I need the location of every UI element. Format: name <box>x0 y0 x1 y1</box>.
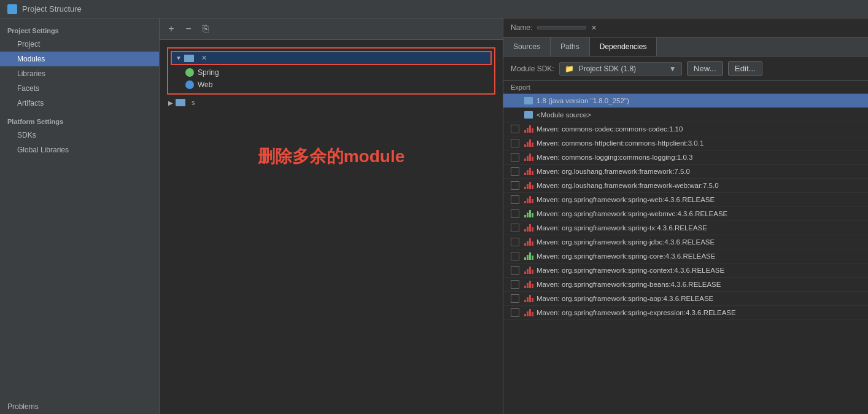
sidebar-item-facets[interactable]: Facets <box>0 81 159 96</box>
tab-paths[interactable]: Paths <box>551 37 590 56</box>
dep-item[interactable]: Maven: org.springframework:spring-aop:4.… <box>503 292 868 306</box>
sidebar: Project Settings Project Modules Librari… <box>0 18 160 414</box>
web-module-item[interactable]: Web <box>171 79 492 91</box>
sdk-name: Project SDK (1.8) <box>579 64 636 73</box>
dep-name: Maven: commons-codec:commons-codec:1.10 <box>537 125 683 133</box>
dep-icon <box>524 111 533 119</box>
title-bar-text: Project Structure <box>22 4 82 14</box>
dep-name: <Module source> <box>537 111 591 119</box>
dep-item[interactable]: Maven: org.springframework:spring-jdbc:4… <box>503 235 868 249</box>
dep-icon <box>524 167 533 176</box>
sidebar-item-project[interactable]: Project <box>0 37 159 52</box>
app-icon <box>7 4 17 14</box>
dep-checkbox[interactable] <box>511 209 519 218</box>
root-module-close[interactable]: ✕ <box>201 54 207 62</box>
sidebar-item-problems[interactable]: Problems <box>0 399 159 414</box>
web-module-name: Web <box>198 80 212 89</box>
dep-name: Maven: org.springframework:spring-aop:4.… <box>537 295 713 302</box>
deps-list[interactable]: 1.8 (java version "1.8.0_252")<Module so… <box>503 94 868 414</box>
name-input[interactable] <box>537 26 586 29</box>
dep-checkbox[interactable] <box>511 139 519 147</box>
copy-module-button[interactable]: ⎘ <box>199 22 212 36</box>
web-icon <box>185 80 194 89</box>
middle-toolbar: + − ⎘ <box>160 18 503 40</box>
dep-item[interactable]: Maven: org.springframework:spring-tx:4.3… <box>503 221 868 235</box>
dep-name: Maven: org.loushang.framework:framework-… <box>537 182 719 189</box>
dep-checkbox[interactable] <box>511 294 519 303</box>
dep-icon <box>524 308 533 317</box>
spring-module-name: Spring <box>198 68 219 77</box>
platform-settings-header: Platform Settings <box>0 111 159 128</box>
tab-sources[interactable]: Sources <box>503 37 551 56</box>
dep-checkbox[interactable] <box>511 167 519 176</box>
sidebar-item-sdks[interactable]: SDKs <box>0 128 159 143</box>
dep-icon <box>524 181 533 190</box>
deps-header: Export <box>503 81 868 94</box>
dep-item[interactable]: Maven: commons-logging:commons-logging:1… <box>503 150 868 165</box>
tree-arrow: ▼ <box>176 55 182 61</box>
sdk-new-button[interactable]: New... <box>687 61 723 76</box>
sdk-select[interactable]: 📁 Project SDK (1.8) ▼ <box>559 62 682 76</box>
dep-item[interactable]: Maven: org.loushang.framework:framework:… <box>503 165 868 179</box>
dep-checkbox[interactable] <box>511 181 519 190</box>
dep-item[interactable]: Maven: org.springframework:spring-expres… <box>503 306 868 320</box>
dep-name: Maven: org.springframework:spring-webmvc… <box>537 210 727 217</box>
dep-icon <box>524 209 533 218</box>
dep-name: Maven: org.springframework:spring-expres… <box>537 309 736 316</box>
dep-checkbox[interactable] <box>511 280 519 289</box>
dep-icon <box>524 280 533 289</box>
sdk-label: Module SDK: <box>511 64 554 73</box>
spring-icon <box>185 68 194 77</box>
dep-checkbox[interactable] <box>511 125 519 133</box>
dep-checkbox[interactable] <box>511 238 519 246</box>
dep-name: Maven: org.springframework:spring-beans:… <box>537 281 721 288</box>
dep-checkbox[interactable] <box>511 224 519 232</box>
dep-checkbox[interactable] <box>511 153 519 162</box>
dep-icon <box>524 125 533 133</box>
sidebar-item-modules[interactable]: Modules <box>0 52 159 66</box>
dep-icon <box>524 153 533 162</box>
sdk-edit-button[interactable]: Edit... <box>728 61 762 76</box>
sidebar-item-artifacts[interactable]: Artifacts <box>0 96 159 111</box>
dep-name: Maven: org.loushang.framework:framework:… <box>537 168 690 175</box>
name-close-icon[interactable]: ✕ <box>591 24 597 32</box>
title-bar: Project Structure <box>0 0 868 18</box>
sidebar-item-libraries[interactable]: Libraries <box>0 66 159 81</box>
middle-panel: + − ⎘ ▼ ✕ Spring <box>160 18 503 414</box>
dep-item[interactable]: Maven: org.springframework:spring-webmvc… <box>503 207 868 221</box>
extra-tree-arrow: ▶ <box>168 100 173 106</box>
dep-item[interactable]: Maven: org.springframework:spring-core:4… <box>503 249 868 264</box>
dep-icon <box>524 266 533 275</box>
dep-item[interactable]: Maven: commons-httpclient:commons-httpcl… <box>503 136 868 150</box>
dep-item[interactable]: Maven: org.springframework:spring-beans:… <box>503 278 868 292</box>
sidebar-item-global-libraries[interactable]: Global Libraries <box>0 143 159 157</box>
right-panel: Name: ✕ Sources Paths Dependencies Modul… <box>503 18 868 414</box>
dep-item[interactable]: Maven: org.springframework:spring-contex… <box>503 264 868 278</box>
dep-item[interactable]: Maven: org.springframework:spring-web:4.… <box>503 193 868 207</box>
dep-checkbox[interactable] <box>511 266 519 275</box>
remove-module-button[interactable]: − <box>182 22 195 36</box>
dep-icon <box>524 294 533 303</box>
dep-checkbox[interactable] <box>511 195 519 204</box>
add-module-button[interactable]: + <box>165 22 178 36</box>
dep-icon <box>524 195 533 204</box>
dep-item[interactable]: <Module source> <box>503 108 868 122</box>
sdk-row: Module SDK: 📁 Project SDK (1.8) ▼ New...… <box>503 57 868 81</box>
dep-item[interactable]: Maven: org.loushang.framework:framework-… <box>503 179 868 193</box>
dep-name: Maven: org.springframework:spring-contex… <box>537 267 724 274</box>
spring-module-item[interactable]: Spring <box>171 66 492 79</box>
dep-item[interactable]: 1.8 (java version "1.8.0_252") <box>503 94 868 108</box>
export-label: Export <box>511 84 530 91</box>
annotation-text: 删除多余的module <box>165 145 498 168</box>
red-border-container: ▼ ✕ Spring Web <box>167 47 495 95</box>
dep-item[interactable]: Maven: commons-codec:commons-codec:1.10 <box>503 122 868 136</box>
dep-checkbox[interactable] <box>511 308 519 317</box>
dep-name: Maven: org.springframework:spring-tx:4.3… <box>537 224 707 232</box>
dep-icon <box>524 139 533 147</box>
extra-module-item[interactable]: ▶ s <box>165 97 498 108</box>
root-module-item[interactable]: ▼ ✕ <box>171 51 492 65</box>
tab-dependencies[interactable]: Dependencies <box>590 37 657 56</box>
dep-checkbox[interactable] <box>511 252 519 260</box>
dep-icon <box>524 238 533 246</box>
project-settings-header: Project Settings <box>0 23 159 37</box>
